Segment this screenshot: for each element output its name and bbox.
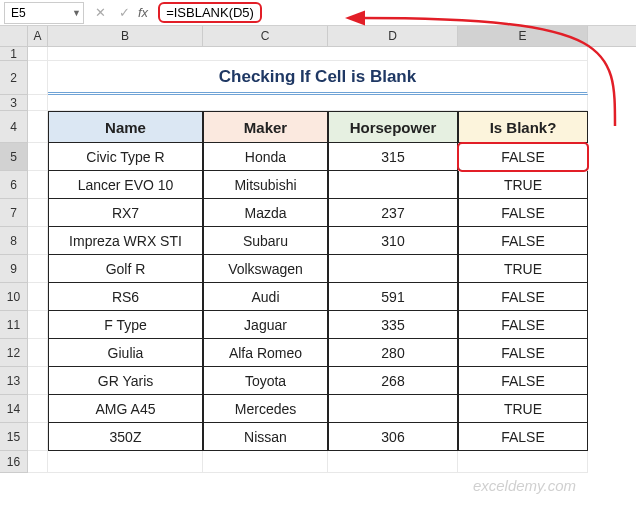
cell-name[interactable]: Lancer EVO 10	[48, 171, 203, 199]
row-header[interactable]: 14	[0, 395, 28, 423]
cell-name[interactable]: GR Yaris	[48, 367, 203, 395]
cell-blank[interactable]: FALSE	[458, 339, 588, 367]
row-header-4[interactable]: 4	[0, 111, 28, 143]
header-maker[interactable]: Maker	[203, 111, 328, 143]
select-all-corner[interactable]	[0, 26, 28, 46]
cell-hp[interactable]: 310	[328, 227, 458, 255]
cell-hp[interactable]: 306	[328, 423, 458, 451]
cell-maker[interactable]: Alfa Romeo	[203, 339, 328, 367]
cell-a[interactable]	[28, 255, 48, 283]
table-row: 9Golf RVolkswagenTRUE	[0, 255, 636, 283]
header-hp[interactable]: Horsepower	[328, 111, 458, 143]
cell-a[interactable]	[28, 395, 48, 423]
row-header-1[interactable]: 1	[0, 47, 28, 61]
row-header-2[interactable]: 2	[0, 61, 28, 95]
cell-hp[interactable]	[328, 171, 458, 199]
cell-b16[interactable]	[48, 451, 203, 473]
cell-maker[interactable]: Jaguar	[203, 311, 328, 339]
cell-hp[interactable]	[328, 255, 458, 283]
cell-a1[interactable]	[28, 47, 48, 61]
row-header-16[interactable]: 16	[0, 451, 28, 473]
cell-name[interactable]: Impreza WRX STI	[48, 227, 203, 255]
row-header[interactable]: 10	[0, 283, 28, 311]
header-blank[interactable]: Is Blank?	[458, 111, 588, 143]
cell-maker[interactable]: Nissan	[203, 423, 328, 451]
cell-maker[interactable]: Mazda	[203, 199, 328, 227]
cell-a[interactable]	[28, 227, 48, 255]
cell-maker[interactable]: Mitsubishi	[203, 171, 328, 199]
cell-blank[interactable]: TRUE	[458, 255, 588, 283]
row-header[interactable]: 7	[0, 199, 28, 227]
cell-a4[interactable]	[28, 111, 48, 143]
cell-a3[interactable]	[28, 95, 48, 111]
cancel-icon[interactable]: ✕	[88, 2, 112, 24]
cell-e16[interactable]	[458, 451, 588, 473]
cell-hp[interactable]	[328, 395, 458, 423]
cell-maker[interactable]: Toyota	[203, 367, 328, 395]
cell-blank[interactable]: FALSE	[458, 311, 588, 339]
cell-maker[interactable]: Audi	[203, 283, 328, 311]
cell-blank[interactable]: TRUE	[458, 171, 588, 199]
cell-blank[interactable]: FALSE	[458, 367, 588, 395]
cell-hp[interactable]: 315	[328, 143, 458, 171]
dropdown-icon[interactable]: ▼	[72, 8, 81, 18]
cell-c16[interactable]	[203, 451, 328, 473]
row-header[interactable]: 11	[0, 311, 28, 339]
cell-a[interactable]	[28, 423, 48, 451]
cell-a2[interactable]	[28, 61, 48, 95]
cell-blank[interactable]: FALSE	[458, 423, 588, 451]
cell-hp[interactable]: 237	[328, 199, 458, 227]
cell-name[interactable]: F Type	[48, 311, 203, 339]
name-box[interactable]: E5 ▼	[4, 2, 84, 24]
col-header-c[interactable]: C	[203, 26, 328, 46]
cell-hp[interactable]: 268	[328, 367, 458, 395]
cell-name[interactable]: 350Z	[48, 423, 203, 451]
col-header-a[interactable]: A	[28, 26, 48, 46]
formula-input[interactable]: =ISBLANK(D5)	[154, 2, 636, 24]
col-header-d[interactable]: D	[328, 26, 458, 46]
enter-icon[interactable]: ✓	[112, 2, 136, 24]
cell-a16[interactable]	[28, 451, 48, 473]
cell-a[interactable]	[28, 199, 48, 227]
cell-maker[interactable]: Volkswagen	[203, 255, 328, 283]
row-header[interactable]: 8	[0, 227, 28, 255]
cell-maker[interactable]: Mercedes	[203, 395, 328, 423]
cell-blank[interactable]: TRUE	[458, 395, 588, 423]
cell-hp[interactable]: 591	[328, 283, 458, 311]
row-header[interactable]: 6	[0, 171, 28, 199]
row-header[interactable]: 5	[0, 143, 28, 171]
cell-blank[interactable]: FALSE	[458, 227, 588, 255]
cell-a[interactable]	[28, 311, 48, 339]
row-header[interactable]: 13	[0, 367, 28, 395]
cell-name[interactable]: Golf R	[48, 255, 203, 283]
cell-name[interactable]: Civic Type R	[48, 143, 203, 171]
cell-name[interactable]: AMG A45	[48, 395, 203, 423]
col-header-b[interactable]: B	[48, 26, 203, 46]
cell-blank[interactable]: FALSE	[458, 199, 588, 227]
cell-hp[interactable]: 335	[328, 311, 458, 339]
cell-d16[interactable]	[328, 451, 458, 473]
cell-maker[interactable]: Subaru	[203, 227, 328, 255]
cell-blank[interactable]: FALSE	[458, 283, 588, 311]
cell-name[interactable]: Giulia	[48, 339, 203, 367]
cell-hp[interactable]: 280	[328, 339, 458, 367]
row-header[interactable]: 12	[0, 339, 28, 367]
fx-icon[interactable]: fx	[138, 5, 148, 20]
title-cell[interactable]: Checking If Cell is Blank	[48, 61, 588, 95]
row-header[interactable]: 15	[0, 423, 28, 451]
cell-a[interactable]	[28, 283, 48, 311]
cell-blank[interactable]: FALSE	[458, 143, 588, 171]
cell-b3[interactable]	[48, 95, 588, 111]
cell-name[interactable]: RX7	[48, 199, 203, 227]
cell-a[interactable]	[28, 171, 48, 199]
cell-b1[interactable]	[48, 47, 588, 61]
cell-a[interactable]	[28, 143, 48, 171]
cell-name[interactable]: RS6	[48, 283, 203, 311]
row-header[interactable]: 9	[0, 255, 28, 283]
cell-maker[interactable]: Honda	[203, 143, 328, 171]
cell-a[interactable]	[28, 367, 48, 395]
col-header-e[interactable]: E	[458, 26, 588, 46]
cell-a[interactable]	[28, 339, 48, 367]
row-header-3[interactable]: 3	[0, 95, 28, 111]
header-name[interactable]: Name	[48, 111, 203, 143]
